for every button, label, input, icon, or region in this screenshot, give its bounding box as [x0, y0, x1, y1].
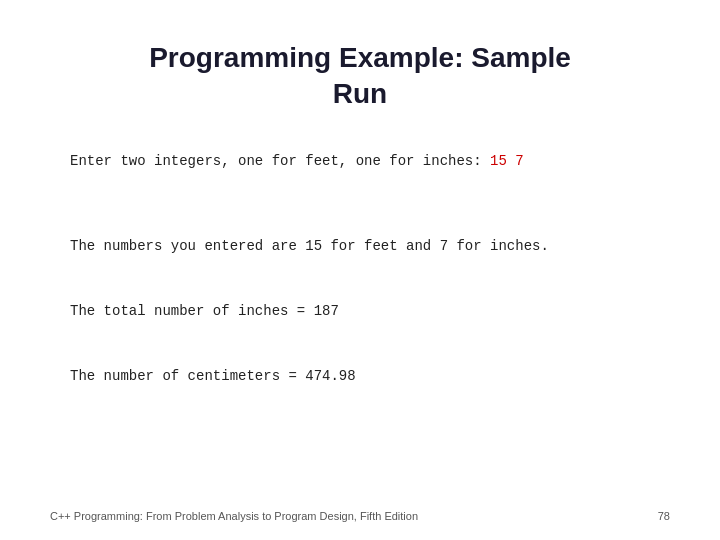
- prompt-prefix: Enter two integers, one for feet, one fo…: [70, 153, 490, 169]
- title-line2: Run: [333, 78, 387, 109]
- slide: Programming Example: Sample Run Enter tw…: [0, 0, 720, 540]
- prompt-line: Enter two integers, one for feet, one fo…: [70, 153, 650, 169]
- slide-title: Programming Example: Sample Run: [50, 30, 670, 113]
- slide-content: Enter two integers, one for feet, one fo…: [50, 153, 670, 432]
- output-line2: The total number of inches = 187: [70, 301, 650, 323]
- footer: C++ Programming: From Problem Analysis t…: [50, 510, 670, 522]
- prompt-user-input: 15 7: [490, 153, 524, 169]
- footer-left: C++ Programming: From Problem Analysis t…: [50, 510, 418, 522]
- title-line1: Programming Example: Sample: [149, 42, 571, 73]
- output-line1: The numbers you entered are 15 for feet …: [70, 236, 650, 258]
- footer-right: 78: [658, 510, 670, 522]
- output-block: The numbers you entered are 15 for feet …: [70, 193, 650, 432]
- output-line3: The number of centimeters = 474.98: [70, 366, 650, 388]
